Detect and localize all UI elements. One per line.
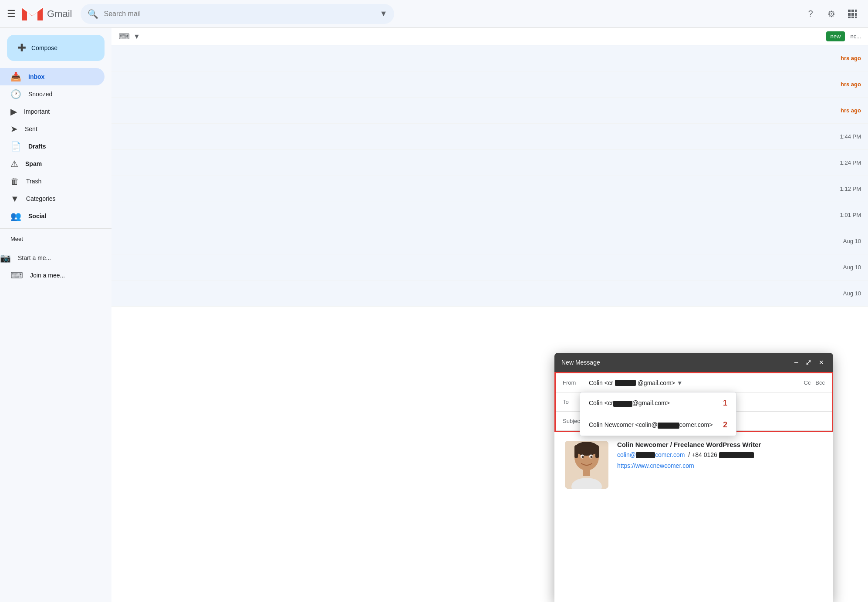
email-time: hrs ago [826,55,861,61]
from-dropdown-menu: Colin <cr@gmail.com> 1 Colin Newcomer <c… [580,392,736,436]
email-time: 1:01 PM [826,212,861,218]
trash-icon: 🗑 [10,176,19,186]
sidebar-item-inbox-label: Inbox [28,73,44,80]
app-layout: ✚ Compose 📥 Inbox 🕐 Snoozed ▶ Important … [0,28,868,602]
compose-minimize-button[interactable]: − [791,356,801,369]
search-input[interactable] [104,10,374,18]
email-row[interactable]: Aug 10 [111,254,868,281]
compose-modal-header: New Message − ⤢ × [554,353,833,372]
email-time: 1:12 PM [826,186,861,192]
compose-from-field: From Colin <cr @gmail.com> ▼ Cc Bcc [556,373,832,392]
compose-button[interactable]: ✚ Compose [7,35,105,61]
sidebar-item-categories-label: Categories [26,195,56,202]
svg-rect-13 [595,445,599,458]
toolbar-controls: ⌨ ▼ [118,32,140,41]
sidebar-item-join-meeting[interactable]: ⌨ Join a mee... [0,267,111,284]
important-icon: ▶ [10,106,17,117]
sidebar-item-start-meeting[interactable]: 📷 Start a me... [0,249,111,267]
compose-modal: New Message − ⤢ × From Colin <cr @gmail.… [554,353,833,602]
help-icon[interactable]: ? [802,5,819,23]
email-row[interactable]: Aug 10 [111,228,868,254]
settings-icon[interactable]: ⚙ [823,5,840,23]
social-icon: 👥 [10,211,21,221]
sidebar-item-drafts-label: Drafts [28,143,46,150]
compose-plus-icon: ✚ [17,42,26,54]
contact-name: Colin Newcomer / Freelance WordPress Wri… [617,441,823,448]
email-time: Aug 10 [826,290,861,297]
from-dropdown-option-2[interactable]: Colin Newcomer <colin@comer.com> 2 [580,414,736,436]
svg-rect-0 [848,10,851,12]
apps-grid-icon[interactable] [844,5,861,23]
phone-redacted [719,452,754,458]
email-row[interactable]: hrs ago [111,98,868,124]
keyboard-shortcut-icon: ⌨ [118,32,130,41]
sidebar-item-social[interactable]: 👥 Social [0,207,105,225]
main-content: ⌨ ▼ new nc... hrs ago hrs ago [111,28,868,602]
dropdown-option1-number: 1 [723,399,727,408]
email-row[interactable]: 1:12 PM [111,176,868,202]
sidebar-item-inbox[interactable]: 📥 Inbox [0,68,105,85]
from-dropdown-option-1[interactable]: Colin <cr@gmail.com> 1 [580,392,736,414]
email-row[interactable]: 1:24 PM [111,150,868,176]
sidebar-item-trash[interactable]: 🗑 Trash [0,172,105,190]
snoozed-icon: 🕐 [10,89,21,99]
svg-rect-4 [851,13,854,16]
top-bar: ☰ Gmail 🔍 ▼ ? ⚙ [0,0,868,28]
email-row[interactable]: Aug 10 [111,281,868,307]
sidebar-item-spam[interactable]: ⚠ Spam [0,155,105,172]
sent-icon: ➤ [10,124,18,134]
from-name-pre: Colin <cr [589,379,613,386]
contact-avatar-svg [565,441,608,489]
svg-rect-14 [583,469,590,476]
categories-icon: ▼ [10,194,19,204]
contact-avatar [565,441,608,489]
email-row[interactable]: hrs ago [111,45,868,71]
from-label: From [563,379,589,386]
compose-body-textarea[interactable] [561,503,826,581]
email-time: hrs ago [826,81,861,88]
cc-bcc-toggle[interactable]: Cc Bcc [804,379,825,386]
contact-title-separator: / [670,441,674,448]
compose-modal-title: New Message [561,359,600,366]
join-meeting-label: Join a mee... [30,272,65,279]
search-bar[interactable]: 🔍 ▼ [81,4,394,24]
sidebar-item-sent[interactable]: ➤ Sent [0,120,105,138]
email-row[interactable]: 1:01 PM [111,202,868,228]
dropdown-option1-text: Colin <cr@gmail.com> [589,399,670,406]
email-time: Aug 10 [826,264,861,271]
search-dropdown-icon[interactable]: ▼ [380,9,388,18]
contact-phone: / +84 0126 [686,451,753,458]
contact-name-text: Colin Newcomer [617,441,669,448]
contact-email-link[interactable]: colin@comer.com [617,451,686,458]
svg-point-18 [582,456,584,458]
sidebar-item-spam-label: Spam [25,160,42,167]
contact-email-line: colin@comer.com / +84 0126 [617,451,823,459]
bcc-label[interactable]: Bcc [815,379,825,386]
hamburger-menu-icon[interactable]: ☰ [7,8,16,20]
gmail-logo-icon [21,6,44,22]
contact-info: Colin Newcomer / Freelance WordPress Wri… [617,441,823,469]
sidebar-item-snoozed[interactable]: 🕐 Snoozed [0,85,105,103]
compose-body[interactable] [554,497,833,602]
redacted-2 [658,423,679,429]
compose-close-button[interactable]: × [816,356,826,369]
keyboard-icon: ⌨ [10,270,23,281]
svg-rect-5 [855,13,857,16]
from-value-display[interactable]: Colin <cr @gmail.com> ▼ [589,379,683,386]
dropdown-option2-number: 2 [723,420,727,430]
compose-maximize-button[interactable]: ⤢ [803,356,814,369]
search-icon: 🔍 [88,9,98,19]
sidebar-item-drafts[interactable]: 📄 Drafts [0,138,105,155]
svg-rect-6 [848,17,851,18]
drafts-icon: 📄 [10,141,21,152]
nc-label: nc... [850,33,861,40]
from-dropdown-arrow-icon[interactable]: ▼ [677,379,683,386]
meet-section-title: Meet [0,232,111,246]
contact-website-link[interactable]: https://www.cnewcomer.com [617,462,823,469]
email-row[interactable]: 1:44 PM [111,124,868,150]
email-row[interactable]: hrs ago [111,71,868,98]
svg-rect-3 [848,13,851,16]
sidebar-item-important[interactable]: ▶ Important [0,103,105,120]
sidebar-item-categories[interactable]: ▼ Categories [0,190,105,207]
cc-label[interactable]: Cc [804,379,811,386]
